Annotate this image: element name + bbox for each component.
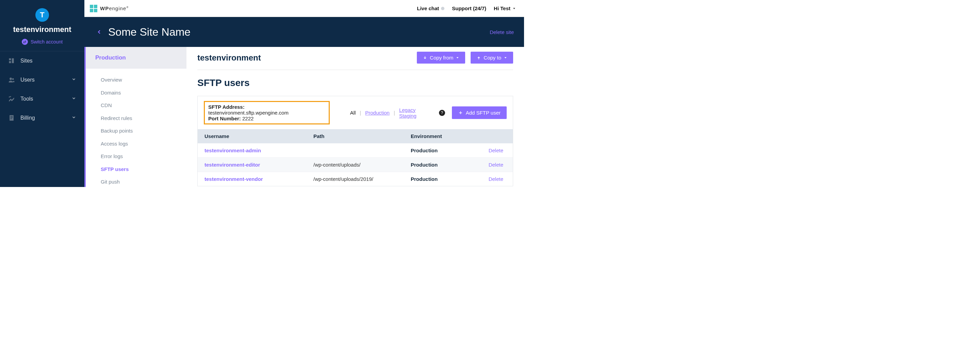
- environment-tab-production[interactable]: Production: [86, 47, 186, 69]
- copy-from-button[interactable]: Copy from: [417, 52, 465, 63]
- subnav-item-git-push[interactable]: Git push: [86, 176, 186, 187]
- arrow-down-icon: [423, 55, 427, 60]
- column-header-username: Username: [198, 129, 307, 144]
- svg-rect-0: [9, 59, 11, 60]
- table-row: testenvironment-editor/wp-content/upload…: [198, 158, 513, 172]
- nav-label: Tools: [21, 96, 33, 102]
- switch-icon: ⇄: [22, 39, 28, 45]
- chevron-left-icon: [97, 28, 102, 36]
- environment-nav-list: OverviewDomainsCDNRedirect rulesBackup p…: [86, 69, 186, 187]
- chevron-down-icon: [72, 96, 76, 102]
- nav-item-users[interactable]: Users: [0, 70, 84, 89]
- primary-sidebar: T testenvironment ⇄ Switch account Sites…: [0, 0, 84, 187]
- delete-site-link[interactable]: Delete site: [490, 29, 514, 35]
- users-icon: [8, 76, 15, 83]
- svg-rect-6: [11, 116, 13, 117]
- copy-to-button[interactable]: Copy to: [471, 52, 513, 63]
- caret-down-icon: [504, 56, 507, 59]
- chevron-down-icon: [72, 77, 76, 83]
- chevron-down-icon: [72, 115, 76, 121]
- svg-marker-10: [457, 57, 459, 59]
- filter-all[interactable]: All: [350, 110, 356, 116]
- subnav-item-error-logs[interactable]: Error logs: [86, 150, 186, 163]
- nav-item-tools[interactable]: Tools: [0, 89, 84, 108]
- sftp-path-cell: /wp-content/uploads/2019/: [307, 172, 404, 186]
- help-icon[interactable]: ?: [439, 110, 445, 116]
- svg-point-3: [10, 78, 12, 80]
- switch-account-label: Switch account: [30, 39, 63, 44]
- filter-legacy-staging[interactable]: Legacy Staging: [399, 107, 434, 119]
- subnav-item-sftp-users[interactable]: SFTP users: [86, 163, 186, 176]
- account-name: testenvironment: [0, 25, 84, 39]
- filter-production[interactable]: Production: [365, 110, 390, 116]
- nav-label: Sites: [21, 58, 33, 64]
- nav-item-sites[interactable]: Sites: [0, 51, 84, 70]
- plus-icon: ＋: [458, 109, 463, 116]
- subnav-item-cdn[interactable]: CDN: [86, 99, 186, 112]
- topbar: WPengine® Live chat Support (24/7) Hi Te…: [84, 0, 524, 17]
- grid-icon: [8, 57, 15, 64]
- divider: [197, 70, 513, 70]
- environment-sidebar: Production OverviewDomainsCDNRedirect ru…: [84, 47, 186, 187]
- tools-icon: [8, 95, 15, 102]
- svg-rect-2: [12, 59, 14, 63]
- nav-label: Users: [21, 77, 35, 83]
- site-title: Some Site Name: [108, 26, 191, 38]
- sftp-username-link[interactable]: testenvironment-editor: [205, 162, 260, 168]
- back-button[interactable]: [95, 27, 104, 37]
- switch-account-link[interactable]: ⇄ Switch account: [0, 39, 84, 51]
- svg-point-4: [12, 78, 14, 80]
- sftp-users-table: Username Path Environment testenvironmen…: [198, 129, 513, 186]
- column-header-environment: Environment: [404, 129, 472, 144]
- sftp-path-cell: /wp-content/uploads/: [307, 158, 404, 172]
- brand-logo[interactable]: WPengine®: [90, 5, 129, 12]
- caret-down-icon: [512, 7, 516, 10]
- section-title: SFTP users: [197, 78, 513, 89]
- subnav-item-access-logs[interactable]: Access logs: [86, 137, 186, 150]
- sftp-panel: SFTP Address: testenvironment.sftp.wpeng…: [197, 96, 513, 186]
- subnav-item-backup-points[interactable]: Backup points: [86, 124, 186, 137]
- svg-marker-9: [513, 8, 515, 9]
- table-row: testenvironment-vendor/wp-content/upload…: [198, 172, 513, 186]
- status-dot-icon: [441, 7, 444, 10]
- subnav-item-redirect-rules[interactable]: Redirect rules: [86, 112, 186, 125]
- svg-rect-1: [9, 61, 11, 63]
- sftp-env-cell: Production: [404, 158, 472, 172]
- site-header: Some Site Name Delete site: [84, 17, 524, 47]
- svg-marker-11: [504, 57, 507, 59]
- sftp-env-cell: Production: [404, 172, 472, 186]
- user-menu[interactable]: Hi Test: [494, 5, 516, 11]
- sftp-username-link[interactable]: testenvironment-vendor: [205, 176, 263, 182]
- svg-rect-7: [11, 117, 13, 118]
- nav-item-billing[interactable]: Billing: [0, 108, 84, 127]
- column-header-path: Path: [307, 129, 404, 144]
- support-link[interactable]: Support (24/7): [452, 5, 486, 11]
- delete-user-link[interactable]: Delete: [488, 162, 503, 168]
- add-sftp-user-button[interactable]: ＋ Add SFTP user: [452, 106, 507, 119]
- table-row: testenvironment-adminProductionDelete: [198, 144, 513, 158]
- sftp-env-cell: Production: [404, 144, 472, 158]
- svg-rect-5: [9, 96, 11, 98]
- live-chat-link[interactable]: Live chat: [417, 5, 444, 11]
- logo-text: WPengine®: [100, 5, 129, 11]
- sftp-connection-info: SFTP Address: testenvironment.sftp.wpeng…: [204, 101, 330, 124]
- arrow-up-icon: [477, 55, 481, 60]
- delete-user-link[interactable]: Delete: [488, 147, 503, 153]
- delete-user-link[interactable]: Delete: [488, 176, 503, 182]
- receipt-icon: [8, 114, 15, 121]
- subnav-item-overview[interactable]: Overview: [86, 73, 186, 86]
- environment-name: testenvironment: [197, 53, 261, 63]
- account-avatar: T: [35, 8, 49, 22]
- subnav-item-domains[interactable]: Domains: [86, 86, 186, 99]
- primary-nav: Sites Users Tools: [0, 51, 84, 127]
- sftp-path-cell: [307, 144, 404, 158]
- nav-label: Billing: [21, 115, 35, 121]
- caret-down-icon: [456, 56, 459, 59]
- logo-mark-icon: [90, 5, 97, 12]
- environment-filter: All | Production | Legacy Staging ?: [337, 107, 445, 119]
- content-area: testenvironment Copy from Copy to: [186, 47, 524, 187]
- sftp-username-link[interactable]: testenvironment-admin: [205, 147, 261, 153]
- svg-rect-8: [11, 119, 12, 119]
